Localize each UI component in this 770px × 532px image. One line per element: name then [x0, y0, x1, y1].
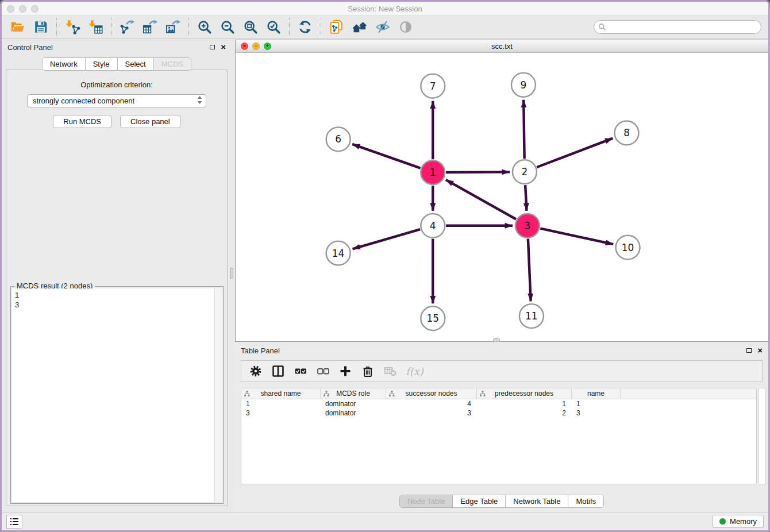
tab-edge-table[interactable]: Edge Table: [453, 495, 506, 507]
search-input[interactable]: [606, 23, 761, 31]
hide-graphics-details-icon[interactable]: [373, 18, 392, 36]
table-cell[interactable]: 3: [572, 409, 621, 417]
graph-node-7[interactable]: 7: [421, 74, 445, 98]
window-title: Session: New Session: [2, 5, 768, 13]
graph-edge-3-1[interactable]: [446, 180, 516, 219]
table-toolbar: f(x): [241, 360, 763, 382]
table-row[interactable]: 1dominator411: [241, 399, 756, 408]
svg-text:9: 9: [521, 79, 527, 91]
export-image-icon[interactable]: [163, 18, 183, 36]
graph-node-15[interactable]: 15: [421, 306, 445, 330]
table-cell[interactable]: 3: [386, 409, 477, 417]
graph-edge-3-10[interactable]: [540, 229, 613, 244]
graph-node-4[interactable]: 4: [421, 214, 445, 238]
export-network-icon[interactable]: [117, 18, 137, 36]
open-session-icon[interactable]: [8, 18, 28, 36]
graph-node-11[interactable]: 11: [519, 304, 544, 328]
graph-node-1[interactable]: 1: [421, 160, 445, 184]
tab-network-table[interactable]: Network Table: [506, 495, 568, 507]
graph-edge-4-14[interactable]: [353, 229, 421, 249]
graph-node-6[interactable]: 6: [326, 127, 351, 151]
control-panel-header: Control Panel ×: [2, 40, 232, 55]
tab-node-table[interactable]: Node Table: [400, 495, 453, 507]
graph-node-3[interactable]: 3: [515, 214, 540, 238]
tab-network[interactable]: Network: [43, 58, 86, 70]
clone-network-icon[interactable]: [327, 18, 346, 36]
memory-button[interactable]: Memory: [713, 515, 764, 528]
toolbar-separator: [289, 18, 290, 36]
select-all-columns-icon[interactable]: [294, 364, 307, 378]
column-header-predecessor-nodes[interactable]: predecessor nodes: [477, 388, 572, 399]
table-settings-gear-icon[interactable]: [249, 364, 263, 378]
table-cell[interactable]: 4: [386, 400, 477, 408]
network-maximize-icon[interactable]: +: [264, 43, 271, 50]
graph-edge-3-11[interactable]: [528, 239, 531, 302]
table-cell[interactable]: dominator: [321, 400, 386, 408]
export-table-icon[interactable]: [140, 18, 160, 36]
tab-select[interactable]: Select: [118, 58, 154, 70]
table-scrollbar[interactable]: [758, 388, 765, 484]
table-cell[interactable]: 1: [572, 400, 621, 408]
network-close-icon[interactable]: ×: [241, 43, 248, 50]
graph-node-14[interactable]: 14: [326, 241, 351, 265]
graph-node-9[interactable]: 9: [511, 73, 536, 97]
graph-node-2[interactable]: 2: [513, 160, 537, 184]
column-header-shared-name[interactable]: shared name: [241, 388, 321, 399]
zoom-in-icon[interactable]: [195, 18, 214, 36]
function-builder-icon: f(x): [406, 365, 424, 377]
close-table-panel-icon[interactable]: ×: [757, 347, 763, 354]
panel-splitter-grip[interactable]: [230, 268, 233, 279]
table-cell[interactable]: 2: [477, 409, 572, 417]
network-resize-grip[interactable]: [493, 338, 500, 342]
network-minimize-icon[interactable]: −: [252, 43, 260, 50]
mcds-result-text[interactable]: 13: [12, 288, 214, 502]
save-session-icon[interactable]: [31, 18, 51, 36]
table-header-row: shared nameMCDS rolesuccessor nodesprede…: [241, 388, 756, 399]
unselect-all-columns-icon[interactable]: [316, 364, 330, 378]
tab-motifs[interactable]: Motifs: [568, 495, 603, 507]
graph-node-10[interactable]: 10: [616, 236, 640, 260]
table-row[interactable]: 3dominator323: [241, 408, 756, 418]
zoom-selected-icon[interactable]: [264, 18, 283, 36]
birdseye-toggle-icon[interactable]: [396, 18, 415, 36]
run-mcds-button[interactable]: Run MCDS: [53, 115, 111, 128]
graph-edge-2-8[interactable]: [537, 138, 613, 167]
graph-node-8[interactable]: 8: [615, 121, 639, 145]
graph-edge-2-3[interactable]: [525, 185, 526, 211]
close-panel-icon[interactable]: ×: [221, 44, 226, 51]
network-canvas[interactable]: 7968124314101511: [236, 53, 768, 341]
search-field[interactable]: [594, 20, 761, 34]
table-cell[interactable]: 1: [477, 400, 572, 408]
close-panel-button[interactable]: Close panel: [120, 115, 180, 128]
tab-style[interactable]: Style: [86, 58, 118, 70]
zoom-out-icon[interactable]: [218, 18, 237, 36]
graph-edge-1-6[interactable]: [352, 144, 421, 168]
delete-column-icon[interactable]: [361, 364, 375, 378]
column-namespace-icon: [244, 390, 251, 397]
tab-mcds[interactable]: MCDS: [154, 58, 191, 70]
import-table-icon[interactable]: [86, 18, 105, 36]
show-columns-icon[interactable]: [271, 364, 285, 378]
svg-text:6: 6: [335, 133, 341, 145]
column-header-MCDS-role[interactable]: MCDS role: [321, 388, 386, 399]
float-table-panel-icon[interactable]: [746, 348, 752, 353]
add-column-icon[interactable]: [338, 364, 352, 378]
float-panel-icon[interactable]: [210, 45, 215, 49]
table-panel-title: Table Panel: [241, 346, 280, 355]
column-header-successor-nodes[interactable]: successor nodes: [386, 388, 477, 399]
graph-edge-1-2[interactable]: [446, 172, 510, 172]
svg-text:8: 8: [623, 127, 630, 138]
table-cell[interactable]: 1: [241, 400, 321, 408]
home-layout-icon[interactable]: [350, 18, 369, 36]
table-cell[interactable]: dominator: [321, 409, 386, 417]
column-header-name[interactable]: name: [572, 388, 621, 399]
criterion-select[interactable]: strongly connected component: [27, 94, 206, 107]
column-namespace-icon: [388, 390, 395, 397]
task-history-button[interactable]: [6, 515, 22, 529]
refresh-view-icon[interactable]: [295, 18, 315, 36]
import-network-icon[interactable]: [63, 18, 82, 36]
result-scrollbar[interactable]: [214, 288, 222, 502]
table-cell[interactable]: 3: [241, 409, 321, 417]
zoom-fit-icon[interactable]: [241, 18, 260, 36]
graph-edge-2-9[interactable]: [523, 100, 524, 159]
